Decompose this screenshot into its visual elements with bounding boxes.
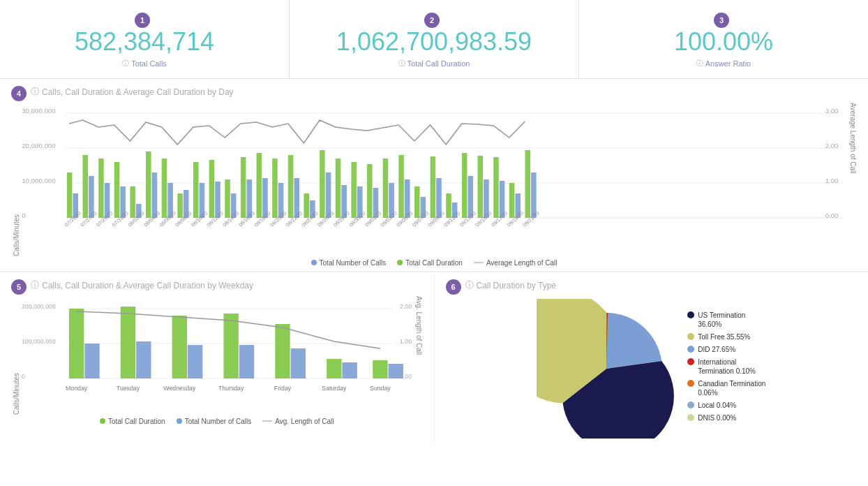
swatch-toll-free [687,333,694,340]
svg-rect-10 [82,155,88,218]
svg-rect-42 [336,159,341,218]
svg-text:09/17/20: 09/17/20 [490,210,509,228]
info-icon-2: ⓘ [398,59,405,68]
chart-calls-by-weekday: 5 ⓘ Calls, Call Duration & Average Call … [0,272,435,443]
svg-text:0: 0 [22,372,25,379]
svg-rect-22 [177,193,183,218]
svg-rect-60 [478,156,484,218]
chart2-y-label: Calls/Minutes [11,296,20,415]
svg-rect-116 [275,324,290,378]
svg-rect-8 [67,172,73,218]
chart3-header: 6 ⓘ Call Duration by Type [446,279,858,295]
svg-text:08/02/20: 08/02/20 [126,210,145,228]
svg-text:09/03/20: 09/03/20 [380,210,398,228]
svg-text:08/08/20: 08/08/20 [174,210,193,228]
legend-item-calls: Total Number of Calls [311,259,387,267]
svg-text:08/24/20: 08/24/20 [300,210,319,228]
svg-rect-38 [304,193,309,218]
metric-answer-ratio: 3 100.00% ⓘ Answer Ratio [579,0,868,78]
info-icon-1: ⓘ [122,59,129,68]
svg-text:09/01/20: 09/01/20 [364,210,382,228]
pie-legend-canadian-term: Canadian Termination0.06% [687,379,765,397]
pie-legend-toll-free: Toll Free 35.55% [687,332,765,341]
pie-chart-container: US Termination36.60% Toll Free 35.55% DI… [446,299,858,439]
svg-text:0.00: 0.00 [825,212,839,219]
bottom-sections: 5 ⓘ Calls, Call Duration & Average Call … [0,272,868,443]
chart2-y2-label: Avg. Length of Call [414,296,423,415]
chart1-title: ⓘ Calls, Call Duration & Average Call Du… [31,86,234,98]
total-calls-label: ⓘ Total Calls [14,59,275,68]
svg-text:08/16/20: 08/16/20 [237,210,256,228]
answer-ratio-label: ⓘ Answer Ratio [593,59,854,68]
chart1-header: 4 ⓘ Calls, Call Duration & Average Call … [11,86,857,101]
svg-text:08/20/20: 08/20/20 [269,210,287,228]
top-metrics-row: 1 582,384,714 ⓘ Total Calls 2 1,062,700,… [0,0,868,79]
svg-text:08/06/20: 08/06/20 [158,210,177,228]
svg-rect-112 [172,316,187,378]
svg-rect-66 [525,150,530,218]
svg-rect-12 [98,159,104,218]
svg-text:08/04/20: 08/04/20 [142,210,161,228]
pie-chart-svg [537,299,676,439]
section-num-5: 5 [11,279,27,295]
section-num-3: 3 [714,13,729,28]
svg-rect-18 [146,152,151,218]
svg-text:07/27/20: 07/27/20 [79,210,98,228]
svg-rect-115 [239,345,254,378]
svg-text:20,000,000: 20,000,000 [22,142,55,149]
svg-rect-32 [257,153,262,218]
swatch-intl-term [687,358,694,365]
section-num-4: 4 [11,86,27,101]
total-duration-value: 1,062,700,983.59 [304,28,564,56]
svg-rect-109 [84,344,99,378]
svg-rect-36 [288,155,294,218]
section-num-2: 2 [424,13,440,28]
legend2-line-avg [262,420,272,422]
svg-rect-44 [351,162,357,218]
chart3-info-icon: ⓘ [465,279,474,291]
svg-text:09/11/20: 09/11/20 [442,210,461,228]
svg-rect-20 [162,159,167,218]
svg-rect-28 [225,179,230,218]
svg-text:07/31/20: 07/31/20 [111,210,130,228]
answer-ratio-value: 100.00% [593,28,854,56]
svg-text:08/30/20: 08/30/20 [347,210,366,228]
svg-text:200,000,000: 200,000,000 [22,302,56,309]
svg-text:08/14/20: 08/14/20 [221,210,240,228]
chart2-info-icon: ⓘ [31,279,39,291]
svg-text:100,000,000: 100,000,000 [22,337,56,344]
svg-text:09/09/20: 09/09/20 [426,210,445,228]
svg-text:08/18/20: 08/18/20 [253,210,271,228]
svg-rect-54 [431,156,436,218]
svg-rect-113 [188,345,202,378]
svg-rect-50 [398,155,404,218]
legend2-dot-calls [177,418,182,424]
svg-rect-110 [121,307,135,378]
pie-legend-intl-term: InternationalTermination 0.10% [687,358,765,376]
pie-legend-local: Local 0.04% [687,401,765,410]
svg-rect-34 [272,159,278,218]
svg-text:Wednesday: Wednesday [163,384,196,391]
svg-rect-62 [493,157,499,218]
svg-rect-118 [327,359,341,378]
svg-rect-111 [136,341,151,378]
chart1-y2-label: Average Length of Call [848,103,857,256]
legend2-dot-duration [100,418,105,424]
chart1-legend: Total Number of Calls Total Call Duratio… [11,259,857,267]
info-icon-3: ⓘ [696,59,703,68]
svg-rect-120 [373,360,387,378]
svg-text:08/12/20: 08/12/20 [205,210,224,228]
svg-text:Monday: Monday [66,384,88,391]
chart2-legend: Total Call Duration Total Number of Call… [11,418,423,425]
svg-rect-108 [69,309,84,378]
pie-legend-us-term: US Termination36.60% [687,311,765,329]
total-duration-label: ⓘ Total Call Duration [304,59,564,68]
metric-total-calls: 1 582,384,714 ⓘ Total Calls [0,0,290,78]
svg-text:09/19/20: 09/19/20 [506,210,525,228]
svg-text:Friday: Friday [274,384,292,391]
chart2-title: ⓘ Calls, Call Duration & Average Call Du… [31,279,253,291]
chart1-y-label: Calls/Minutes [11,103,20,256]
svg-rect-119 [342,362,357,378]
svg-text:08/10/20: 08/10/20 [190,210,209,228]
pie-legend-dnis: DNIS 0.00% [687,413,765,422]
